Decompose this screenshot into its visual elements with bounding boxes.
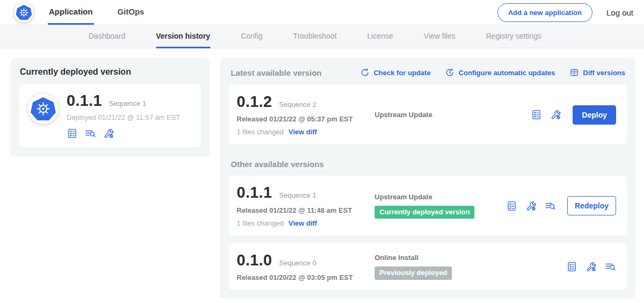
latest-available-heading: Latest available version — [231, 68, 321, 77]
released-timestamp: Released 01/20/22 @ 03:05 pm EST — [237, 273, 375, 282]
currently-deployed-badge: Currently deployed version — [375, 206, 474, 219]
files-changed-label: 1 files changed — [237, 219, 283, 227]
deployed-sequence: Sequence 1 — [109, 99, 146, 107]
version-number: 0.1.0 — [237, 252, 272, 268]
tab-gitops[interactable]: GitOps — [116, 0, 145, 25]
released-timestamp: Released 01/21/22 @ 11:48 am EST — [237, 206, 375, 214]
add-application-button[interactable]: Add a new application — [497, 3, 592, 22]
other-available-heading: Other available versions — [231, 160, 625, 169]
logs-icon[interactable] — [545, 200, 556, 212]
released-timestamp: Released 01/21/22 @ 05:37 pm EST — [237, 115, 375, 123]
app-subnav: Dashboard Version history Config Trouble… — [0, 25, 644, 48]
release-notes-icon[interactable] — [506, 200, 517, 212]
subnav-tab-config[interactable]: Config — [241, 25, 262, 48]
redeploy-button[interactable]: Redeploy — [567, 196, 616, 215]
subnav-tab-version-history[interactable]: Version history — [156, 25, 210, 48]
subnav-tab-view-files[interactable]: View files — [424, 25, 456, 48]
logout-link[interactable]: Log out — [606, 8, 633, 17]
check-for-update-link[interactable]: Check for update — [360, 68, 430, 77]
release-notes-icon[interactable] — [531, 109, 542, 120]
refresh-icon — [360, 68, 370, 77]
schedule-icon — [445, 68, 455, 77]
version-sequence: Sequence 1 — [279, 191, 316, 199]
kubernetes-wheel-icon — [16, 5, 32, 20]
deploy-button[interactable]: Deploy — [573, 105, 616, 125]
subnav-tab-license[interactable]: License — [367, 25, 393, 48]
view-diff-link[interactable]: View diff — [288, 128, 317, 136]
logs-icon[interactable] — [605, 261, 616, 272]
version-row-0-1-0: 0.1.0 Sequence 0 Released 01/20/22 @ 03:… — [229, 243, 627, 290]
subnav-tab-troubleshoot[interactable]: Troubleshoot — [293, 25, 336, 48]
files-changed-label: 1 files changed — [237, 128, 283, 136]
config-icon[interactable] — [586, 261, 597, 272]
version-source: Online Install — [375, 254, 566, 262]
version-history-panel: Latest available version Check for updat… — [220, 58, 635, 299]
diff-versions-link[interactable]: Diff versions — [569, 68, 625, 77]
kubernetes-wheel-icon — [31, 97, 56, 121]
deployed-version-number: 0.1.1 — [67, 92, 102, 109]
version-source: Upstream Update — [375, 111, 531, 119]
diff-icon — [569, 68, 579, 77]
tab-application[interactable]: Application — [48, 0, 94, 25]
deployed-timestamp: Deployed 01/21/22 @ 11:57 am EST — [67, 113, 180, 121]
previously-deployed-badge: Previously deployed — [375, 266, 452, 279]
view-diff-link[interactable]: View diff — [288, 219, 317, 227]
config-icon[interactable] — [525, 200, 537, 212]
configure-automatic-updates-link[interactable]: Configure automatic updates — [445, 68, 555, 77]
version-source: Upstream Update — [375, 193, 506, 201]
app-icon — [28, 93, 58, 124]
config-icon[interactable] — [550, 109, 561, 120]
version-number: 0.1.1 — [237, 184, 272, 200]
currently-deployed-card: Currently deployed version 0.1.1 Sequenc… — [10, 58, 210, 157]
version-number: 0.1.2 — [237, 93, 272, 110]
deployed-version-card: 0.1.1 Sequence 1 Deployed 01/21/22 @ 11:… — [19, 84, 201, 148]
currently-deployed-title: Currently deployed version — [20, 67, 201, 77]
logs-icon[interactable] — [85, 128, 96, 139]
app-logo — [14, 0, 34, 25]
version-sequence: Sequence 0 — [279, 259, 316, 267]
version-sequence: Sequence 2 — [279, 100, 316, 109]
config-icon[interactable] — [103, 128, 114, 139]
subnav-tab-registry-settings[interactable]: Registry settings — [486, 25, 541, 48]
version-row-0-1-1: 0.1.1 Sequence 1 Released 01/21/22 @ 11:… — [229, 176, 627, 235]
app-header: Application GitOps Add a new application… — [0, 0, 644, 25]
subnav-tab-dashboard[interactable]: Dashboard — [89, 25, 126, 48]
version-row-0-1-2: 0.1.2 Sequence 2 Released 01/21/22 @ 05:… — [229, 85, 627, 145]
release-notes-icon[interactable] — [67, 128, 78, 139]
release-notes-icon[interactable] — [566, 261, 577, 272]
